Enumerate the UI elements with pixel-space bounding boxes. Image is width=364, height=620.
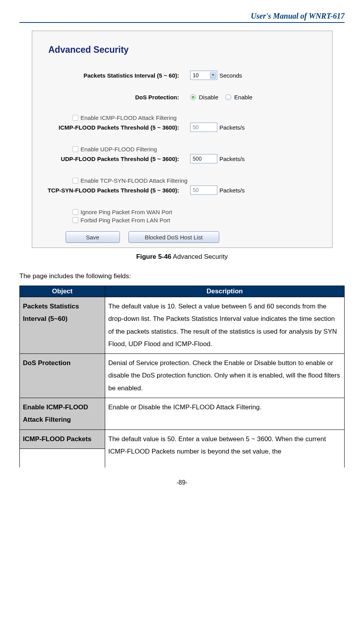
udp-thresh-label: UDP-FLOOD Packets Threshold (5 ~ 3600): bbox=[37, 156, 190, 162]
table-obj-cell-blank bbox=[20, 449, 105, 468]
dos-disable-label: Disable bbox=[199, 94, 218, 100]
ignore-ping-wan-label: Ignore Ping Packet From WAN Port bbox=[81, 209, 172, 215]
packets-interval-label: Packets Statistics Interval (5 ~ 60): bbox=[37, 72, 190, 79]
tcp-thresh-label: TCP-SYN-FLOOD Packets Threshold (5 ~ 360… bbox=[37, 187, 190, 194]
tcp-enable-label: Enable TCP-SYN-FLOOD Attack Filtering bbox=[81, 177, 188, 184]
table-obj-cell: DoS Protection bbox=[20, 354, 105, 398]
tcp-enable-checkbox[interactable] bbox=[73, 178, 78, 184]
ignore-ping-wan-checkbox[interactable] bbox=[73, 209, 78, 215]
table-desc-cell: The default value is 10. Select a value … bbox=[105, 297, 345, 354]
udp-thresh-unit: Packets/s bbox=[220, 156, 245, 162]
dos-label: DoS Protection: bbox=[37, 94, 190, 100]
manual-title: User's Manual of WNRT-617 bbox=[19, 12, 345, 21]
panel-title: Advanced Security bbox=[49, 45, 328, 55]
page-number: -89- bbox=[19, 479, 345, 486]
table-row: ICMP-FLOOD Packets The default value is … bbox=[20, 429, 345, 449]
icmp-thresh-unit: Packets/s bbox=[220, 124, 245, 131]
dos-enable-radio[interactable] bbox=[225, 94, 231, 100]
description-table: Object Description Packets Statistics In… bbox=[19, 286, 345, 468]
dos-enable-label: Enable bbox=[234, 94, 253, 100]
select-arrow-icon bbox=[210, 72, 216, 79]
blocked-dos-host-list-button[interactable]: Blocked DoS Host List bbox=[128, 231, 219, 243]
tcp-thresh-input[interactable] bbox=[190, 185, 217, 195]
udp-thresh-input[interactable] bbox=[190, 154, 217, 163]
table-desc-cell: Enable or Disable the ICMP-FLOOD Attack … bbox=[105, 398, 345, 430]
intro-text: The page includes the following fields: bbox=[19, 272, 345, 280]
table-desc-cell: The default value is 50. Enter a value b… bbox=[105, 429, 345, 468]
dos-disable-radio[interactable] bbox=[190, 94, 196, 100]
table-obj-cell: ICMP-FLOOD Packets bbox=[20, 429, 105, 449]
header-divider bbox=[19, 22, 345, 23]
packets-interval-value: 10 bbox=[193, 72, 199, 78]
figure-caption: Figure 5-46 Advanced Security bbox=[19, 253, 345, 261]
table-row: Packets Statistics Interval (5~60) The d… bbox=[20, 297, 345, 354]
table-desc-cell: Denial of Service protection. Check the … bbox=[105, 354, 345, 398]
screenshot-panel: Advanced Security Packets Statistics Int… bbox=[32, 31, 333, 248]
icmp-thresh-input[interactable] bbox=[190, 123, 217, 132]
figure-number: Figure 5-46 bbox=[136, 253, 172, 260]
tcp-thresh-unit: Packets/s bbox=[220, 187, 245, 194]
icmp-enable-label: Enable ICMP-FLOOD Attack Filtering bbox=[81, 114, 177, 121]
table-row: DoS Protection Denial of Service protect… bbox=[20, 354, 345, 398]
figure-text: Advanced Security bbox=[172, 253, 228, 260]
table-header-description: Description bbox=[105, 286, 345, 297]
forbid-ping-lan-checkbox[interactable] bbox=[73, 217, 78, 223]
udp-enable-checkbox[interactable] bbox=[73, 146, 78, 152]
icmp-enable-checkbox[interactable] bbox=[73, 115, 78, 121]
icmp-thresh-label: ICMP-FLOOD Packets Threshold (5 ~ 3600): bbox=[37, 124, 190, 131]
packets-interval-select[interactable]: 10 bbox=[190, 71, 217, 80]
table-obj-cell: Enable ICMP-FLOOD Attack Filtering bbox=[20, 398, 105, 430]
packets-interval-unit: Seconds bbox=[220, 72, 242, 79]
table-header-object: Object bbox=[20, 286, 105, 297]
table-row: Enable ICMP-FLOOD Attack Filtering Enabl… bbox=[20, 398, 345, 430]
table-obj-cell: Packets Statistics Interval (5~60) bbox=[20, 297, 105, 354]
udp-enable-label: Enable UDP-FLOOD Filtering bbox=[81, 146, 157, 152]
forbid-ping-lan-label: Forbid Ping Packet From LAN Port bbox=[81, 217, 170, 223]
save-button[interactable]: Save bbox=[66, 231, 120, 243]
